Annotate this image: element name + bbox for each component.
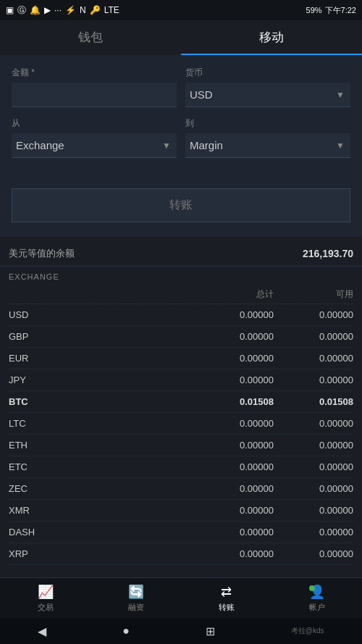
currency-label: 货币 — [185, 67, 350, 79]
table-row: XMR 0.00000 0.00000 — [9, 500, 353, 522]
cell-total: 0.00000 — [194, 505, 274, 516]
cell-total: 0.01508 — [194, 396, 274, 407]
amount-input[interactable] — [12, 83, 177, 107]
tab-wallet[interactable]: 钱包 — [0, 20, 181, 55]
table-row: USD 0.00000 0.00000 — [9, 304, 353, 326]
dots: ··· — [54, 5, 62, 15]
from-select-wrapper: Exchange Margin ▼ — [12, 133, 177, 158]
cell-total: 0.00000 — [194, 353, 274, 364]
transfer-icon: ⇄ — [221, 584, 232, 600]
key-icon: 🔑 — [90, 5, 101, 15]
cell-avail: 0.00000 — [274, 548, 353, 559]
table-row: JPY 0.00000 0.00000 — [9, 369, 353, 391]
table-row: ZEC 0.00000 0.00000 — [9, 478, 353, 500]
home-button[interactable]: ● — [122, 624, 130, 637]
table-row: DASH 0.00000 0.00000 — [9, 522, 353, 543]
notification-icon: 🔔 — [30, 5, 41, 15]
to-label: 到 — [185, 117, 350, 130]
cell-name: ZEC — [9, 483, 194, 494]
table-header: 总计 可用 — [9, 283, 353, 304]
nav-item-funding[interactable]: 🔄 融资 — [90, 578, 181, 618]
cell-name: ETH — [9, 440, 194, 451]
from-group: 从 Exchange Margin ▼ — [12, 117, 177, 158]
cell-total: 0.00000 — [194, 483, 274, 494]
table-row: XRP 0.00000 0.00000 — [9, 543, 353, 565]
balance-table: 总计 可用 USD 0.00000 0.00000 GBP 0.00000 0.… — [0, 283, 362, 565]
top-tab-bar: 钱包 移动 — [0, 20, 362, 55]
to-select[interactable]: Margin Exchange — [185, 133, 350, 157]
cell-name: DASH — [9, 527, 194, 538]
currency-select-wrapper: USD BTC ETH ▼ — [185, 83, 350, 107]
balance-table-scroll[interactable]: EXCHANGE 总计 可用 USD 0.00000 0.00000 GBP 0… — [0, 267, 362, 571]
cell-name: LTC — [9, 418, 194, 429]
exchange-section-label: EXCHANGE — [0, 267, 362, 283]
bluetooth-icon: ⚡ — [65, 5, 76, 15]
cell-total: 0.00000 — [194, 440, 274, 451]
cell-avail: 0.00000 — [274, 483, 353, 494]
currency-select[interactable]: USD BTC ETH — [185, 83, 350, 106]
form-area: 金额 * 货币 USD BTC ETH ▼ 从 Exchange Margin — [0, 55, 362, 180]
nav-item-account[interactable]: 👤 帐户 — [272, 578, 362, 618]
nav-item-trade[interactable]: 📈 交易 — [0, 578, 90, 618]
nfc-icon: N — [80, 5, 86, 15]
balance-value: 216,193.70 — [303, 248, 353, 259]
cell-avail: 0.00000 — [274, 331, 353, 342]
bottom-nav: 📈 交易 🔄 融资 ⇄ 转账 👤 帐户 — [0, 577, 362, 618]
header-total: 总计 — [194, 288, 274, 301]
table-row: EUR 0.00000 0.00000 — [9, 348, 353, 369]
cell-total: 0.00000 — [194, 375, 274, 385]
table-row: GBP 0.00000 0.00000 — [9, 326, 353, 348]
cell-name: USD — [9, 309, 194, 320]
cell-total: 0.00000 — [194, 331, 274, 342]
from-select[interactable]: Exchange Margin — [12, 133, 177, 157]
cell-total: 0.00000 — [194, 527, 274, 538]
app-icon-1: ▣ — [6, 5, 14, 15]
cell-avail: 0.00000 — [274, 527, 353, 538]
to-select-wrapper: Margin Exchange ▼ — [185, 133, 350, 158]
status-left-icons: ▣ Ⓖ 🔔 ▶ ··· ⚡ N 🔑 LTE — [6, 4, 119, 17]
cell-avail: 0.01508 — [274, 396, 353, 407]
cell-avail: 0.00000 — [274, 375, 353, 385]
cell-total: 0.00000 — [194, 461, 274, 472]
recents-button[interactable]: ⊞ — [206, 624, 215, 638]
amount-label: 金额 * — [12, 67, 177, 79]
cell-avail: 0.00000 — [274, 440, 353, 451]
time: 下午7:22 — [325, 5, 356, 16]
battery-text: 59% — [306, 6, 322, 14]
status-right-info: 59% 下午7:22 — [306, 5, 356, 16]
form-row-from-to: 从 Exchange Margin ▼ 到 Margin Exchange ▼ — [12, 117, 350, 158]
funding-icon: 🔄 — [128, 584, 144, 600]
nav-label-trade: 交易 — [38, 602, 54, 613]
cell-total: 0.00000 — [194, 418, 274, 429]
nav-label-funding: 融资 — [128, 602, 144, 613]
status-bar: ▣ Ⓖ 🔔 ▶ ··· ⚡ N 🔑 LTE 59% 下午7:22 — [0, 0, 362, 20]
table-row: BTC 0.01508 0.01508 — [9, 391, 353, 413]
balance-section: 美元等值的余额 216,193.70 — [0, 237, 362, 267]
header-available: 可用 — [274, 288, 353, 301]
trade-icon: 📈 — [38, 584, 54, 600]
form-row-amount-currency: 金额 * 货币 USD BTC ETH ▼ — [12, 67, 350, 107]
balance-label: 美元等值的余额 — [9, 247, 75, 260]
app-icon-2: Ⓖ — [17, 4, 26, 17]
cell-name: BTC — [9, 396, 194, 407]
account-online-dot — [309, 585, 315, 591]
amount-group: 金额 * — [12, 67, 177, 107]
transfer-button[interactable]: 转账 — [12, 188, 350, 222]
tab-transfer[interactable]: 移动 — [181, 20, 362, 55]
sys-nav-bar: ◀ ● ⊞ 考拉@kds — [0, 618, 362, 644]
nav-label-account: 帐户 — [309, 602, 325, 613]
cell-name: JPY — [9, 375, 194, 385]
nav-label-transfer: 转账 — [219, 602, 235, 613]
table-rows: USD 0.00000 0.00000 GBP 0.00000 0.00000 … — [9, 304, 353, 565]
cell-name: EUR — [9, 353, 194, 364]
transfer-btn-area: 转账 — [0, 180, 362, 237]
cell-avail: 0.00000 — [274, 418, 353, 429]
cell-avail: 0.00000 — [274, 505, 353, 516]
nav-item-transfer[interactable]: ⇄ 转账 — [181, 578, 272, 618]
back-button[interactable]: ◀ — [38, 624, 46, 638]
cell-name: XRP — [9, 548, 194, 559]
currency-group: 货币 USD BTC ETH ▼ — [185, 67, 350, 107]
cell-name: GBP — [9, 331, 194, 342]
to-group: 到 Margin Exchange ▼ — [185, 117, 350, 158]
cell-avail: 0.00000 — [274, 461, 353, 472]
